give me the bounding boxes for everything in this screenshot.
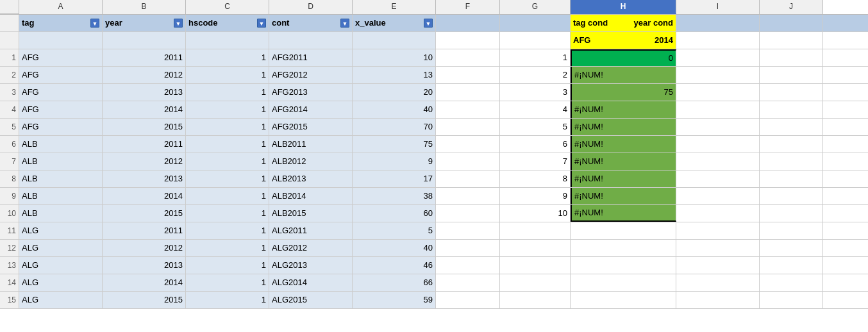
cell-d-14[interactable]: ALG2014 — [269, 274, 353, 291]
cell-c-5[interactable]: 1 — [186, 119, 269, 135]
cell-e-2[interactable]: 13 — [353, 67, 436, 83]
cell-d-1[interactable]: AFG2011 — [269, 49, 353, 66]
cell-e-13[interactable]: 46 — [353, 257, 436, 274]
col-header-B[interactable]: B — [103, 0, 186, 14]
col-header-J[interactable]: J — [760, 0, 823, 14]
cell-c-4[interactable]: 1 — [186, 101, 269, 118]
cell-a-15[interactable]: ALG — [19, 292, 103, 308]
cell-b-1[interactable]: 2011 — [103, 49, 186, 66]
cell-d-7[interactable]: ALB2012 — [269, 153, 353, 170]
cell-a-3[interactable]: AFG — [19, 84, 103, 101]
cell-c-7[interactable]: 1 — [186, 153, 269, 170]
cell-d-13[interactable]: ALG2013 — [269, 257, 353, 274]
cell-h-4[interactable]: #¡NUM! — [571, 101, 676, 118]
cell-a-9[interactable]: ALB — [19, 188, 103, 204]
cell-h-10[interactable]: #¡NUM! — [571, 205, 676, 222]
cell-a-5[interactable]: AFG — [19, 119, 103, 135]
cell-b-15[interactable]: 2015 — [103, 292, 186, 308]
cell-c-1[interactable]: 1 — [186, 49, 269, 66]
col-header-F[interactable]: F — [436, 0, 500, 14]
cell-a-8[interactable]: ALB — [19, 170, 103, 187]
col-header-G[interactable]: G — [500, 0, 571, 14]
cell-d-12[interactable]: ALG2012 — [269, 240, 353, 256]
tag-filter-arrow[interactable]: ▼ — [90, 19, 99, 28]
cell-h-2[interactable]: #¡NUM! — [571, 67, 676, 83]
cell-a-7[interactable]: ALB — [19, 153, 103, 170]
cell-e-10[interactable]: 60 — [353, 205, 436, 222]
cell-d-3[interactable]: AFG2013 — [269, 84, 353, 101]
cell-e-8[interactable]: 17 — [353, 170, 436, 187]
cell-c-11[interactable]: 1 — [186, 222, 269, 239]
header-xvalue[interactable]: x_value ▼ — [353, 15, 436, 31]
cell-d-8[interactable]: ALB2013 — [269, 170, 353, 187]
cell-d-11[interactable]: ALG2011 — [269, 222, 353, 239]
cell-e-3[interactable]: 20 — [353, 84, 436, 101]
col-header-H[interactable]: H — [571, 0, 676, 14]
cell-d-2[interactable]: AFG2012 — [269, 67, 353, 83]
hscode-filter-arrow[interactable]: ▼ — [257, 19, 266, 28]
cell-a-14[interactable]: ALG — [19, 274, 103, 291]
cell-a-2[interactable]: AFG — [19, 67, 103, 83]
cell-h-9[interactable]: #¡NUM! — [571, 188, 676, 204]
cell-a-12[interactable]: ALG — [19, 240, 103, 256]
cell-c-2[interactable]: 1 — [186, 67, 269, 83]
year-filter-arrow[interactable]: ▼ — [174, 19, 183, 28]
header-year[interactable]: year ▼ — [103, 15, 186, 31]
cell-e-7[interactable]: 9 — [353, 153, 436, 170]
cell-a-11[interactable]: ALG — [19, 222, 103, 239]
cell-e-15[interactable]: 59 — [353, 292, 436, 308]
cell-h-1[interactable]: 0 — [571, 49, 676, 66]
cell-d-6[interactable]: ALB2011 — [269, 136, 353, 153]
cell-c-9[interactable]: 1 — [186, 188, 269, 204]
cell-c-12[interactable]: 1 — [186, 240, 269, 256]
col-header-A[interactable]: A — [19, 0, 103, 14]
cell-e-1[interactable]: 10 — [353, 49, 436, 66]
cell-c-8[interactable]: 1 — [186, 170, 269, 187]
cell-h-7[interactable]: #¡NUM! — [571, 153, 676, 170]
cell-a-10[interactable]: ALB — [19, 205, 103, 222]
cell-b-3[interactable]: 2013 — [103, 84, 186, 101]
cell-c-14[interactable]: 1 — [186, 274, 269, 291]
cell-d-15[interactable]: ALG2015 — [269, 292, 353, 308]
cell-b-4[interactable]: 2014 — [103, 101, 186, 118]
col-header-D[interactable]: D — [269, 0, 353, 14]
cell-b-14[interactable]: 2014 — [103, 274, 186, 291]
cell-c-10[interactable]: 1 — [186, 205, 269, 222]
cell-b-10[interactable]: 2015 — [103, 205, 186, 222]
cell-d-9[interactable]: ALB2014 — [269, 188, 353, 204]
cell-e-6[interactable]: 75 — [353, 136, 436, 153]
header-hscode[interactable]: hscode ▼ — [186, 15, 269, 31]
cell-h-6[interactable]: #¡NUM! — [571, 136, 676, 153]
cell-h-8[interactable]: #¡NUM! — [571, 170, 676, 187]
cell-e-4[interactable]: 40 — [353, 101, 436, 118]
cell-a-4[interactable]: AFG — [19, 101, 103, 118]
cell-c-6[interactable]: 1 — [186, 136, 269, 153]
cell-e-12[interactable]: 40 — [353, 240, 436, 256]
cell-b-12[interactable]: 2012 — [103, 240, 186, 256]
cell-d-5[interactable]: AFG2015 — [269, 119, 353, 135]
xvalue-filter-arrow[interactable]: ▼ — [424, 19, 433, 28]
cell-b-11[interactable]: 2011 — [103, 222, 186, 239]
cell-a-1[interactable]: AFG — [19, 49, 103, 66]
cell-b-7[interactable]: 2012 — [103, 153, 186, 170]
col-header-C[interactable]: C — [186, 0, 269, 14]
cell-e-11[interactable]: 5 — [353, 222, 436, 239]
cell-c-15[interactable]: 1 — [186, 292, 269, 308]
cell-c-3[interactable]: 1 — [186, 84, 269, 101]
cell-h-3[interactable]: 75 — [571, 84, 676, 101]
cell-b-13[interactable]: 2013 — [103, 257, 186, 274]
cell-b-5[interactable]: 2015 — [103, 119, 186, 135]
col-header-E[interactable]: E — [353, 0, 436, 14]
cont-filter-arrow[interactable]: ▼ — [340, 19, 349, 28]
cell-a-13[interactable]: ALG — [19, 257, 103, 274]
cell-c-13[interactable]: 1 — [186, 257, 269, 274]
cell-b-6[interactable]: 2011 — [103, 136, 186, 153]
col-header-I[interactable]: I — [676, 0, 760, 14]
cell-e-9[interactable]: 38 — [353, 188, 436, 204]
header-cont[interactable]: cont ▼ — [269, 15, 353, 31]
cell-b-2[interactable]: 2012 — [103, 67, 186, 83]
cell-a-6[interactable]: ALB — [19, 136, 103, 153]
cell-h-5[interactable]: #¡NUM! — [571, 119, 676, 135]
cell-b-9[interactable]: 2014 — [103, 188, 186, 204]
cell-d-4[interactable]: AFG2014 — [269, 101, 353, 118]
